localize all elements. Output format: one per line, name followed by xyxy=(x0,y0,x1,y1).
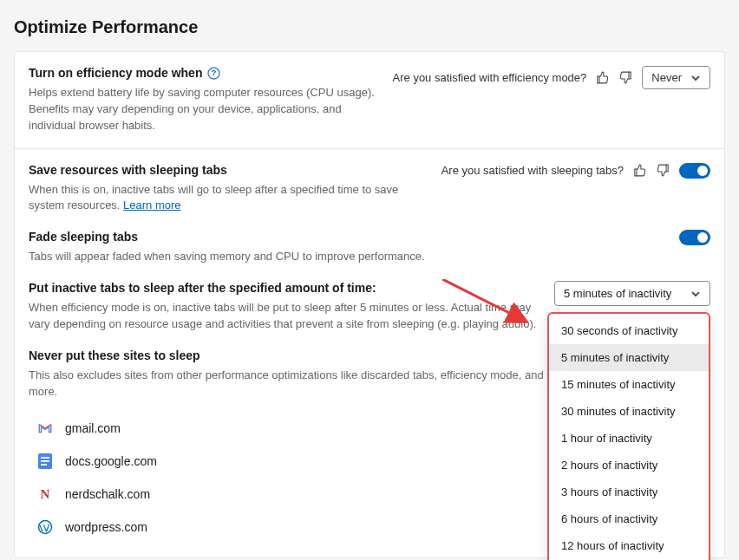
efficiency-desc: Helps extend battery life by saving comp… xyxy=(29,85,379,134)
efficiency-heading-text: Turn on efficiency mode when xyxy=(29,66,202,80)
sleeping-feedback: Are you satisfied with sleeping tabs? xyxy=(441,163,710,179)
inactive-desc: When efficiency mode is on, inactive tab… xyxy=(29,300,540,333)
efficiency-section: Turn on efficiency mode when ? Helps ext… xyxy=(15,52,724,149)
inactive-select-value: 5 minutes of inactivity xyxy=(564,287,671,300)
inactive-time-option[interactable]: 5 minutes of inactivity xyxy=(549,344,709,371)
learn-more-link[interactable]: Learn more xyxy=(123,199,180,212)
performance-card: Turn on efficiency mode when ? Helps ext… xyxy=(14,51,725,558)
site-domain: gmail.com xyxy=(65,421,121,435)
thumbs-up-icon[interactable] xyxy=(632,163,647,178)
inactive-time-option[interactable]: 3 hours of inactivity xyxy=(549,479,709,505)
inactive-time-option[interactable]: 15 minutes of inactivity xyxy=(549,371,709,398)
fade-tabs-toggle[interactable] xyxy=(679,230,710,245)
fade-desc: Tabs will appear faded when saving memor… xyxy=(29,249,549,265)
efficiency-heading: Turn on efficiency mode when ? xyxy=(29,66,379,80)
sleeping-desc: When this is on, inactive tabs will go t… xyxy=(29,182,428,215)
inactive-time-option[interactable]: 30 minutes of inactivity xyxy=(549,398,709,425)
nerds-favicon: N xyxy=(37,486,53,502)
thumbs-down-icon[interactable] xyxy=(656,163,670,178)
svg-text:?: ? xyxy=(212,68,217,77)
inactive-time-option[interactable]: 12 hours of inactivity xyxy=(549,532,709,559)
efficiency-mode-select[interactable]: Never xyxy=(642,66,710,89)
fade-heading: Fade sleeping tabs xyxy=(29,230,665,244)
inactive-time-option[interactable]: 6 hours of inactivity xyxy=(549,505,709,532)
gdocs-favicon xyxy=(37,453,53,469)
site-domain: nerdschalk.com xyxy=(65,487,150,501)
help-icon[interactable]: ? xyxy=(207,67,220,80)
inactive-time-option[interactable]: 30 seconds of inactivity xyxy=(549,317,709,344)
gmail-favicon xyxy=(37,420,53,436)
efficiency-feedback: Are you satisfied with efficiency mode? … xyxy=(393,66,710,89)
inactive-time-select[interactable]: 5 minutes of inactivity xyxy=(554,281,710,306)
inactive-time-dropdown: 30 seconds of inactivity5 minutes of ina… xyxy=(547,312,710,560)
inactive-time-option[interactable]: 2 hours of inactivity xyxy=(549,452,709,479)
chevron-down-icon xyxy=(690,289,701,299)
page-title: Optimize Performance xyxy=(14,0,725,51)
sleeping-settings-section: Save resources with sleeping tabs When t… xyxy=(15,149,724,558)
sleeping-desc-text: When this is on, inactive tabs will go t… xyxy=(29,183,398,212)
chevron-down-icon xyxy=(690,73,701,83)
inactive-heading: Put inactive tabs to sleep after the spe… xyxy=(29,281,540,295)
site-domain: docs.google.com xyxy=(65,454,157,468)
inactive-time-option[interactable]: 1 hour of inactivity xyxy=(549,425,709,452)
wordpress-favicon xyxy=(37,519,53,535)
never-sleep-desc: This also excludes sites from other perf… xyxy=(29,368,549,400)
sleeping-tabs-toggle[interactable] xyxy=(679,163,710,179)
sleeping-heading: Save resources with sleeping tabs xyxy=(29,163,428,177)
efficiency-select-value: Never xyxy=(651,71,682,84)
sleeping-feedback-label: Are you satisfied with sleeping tabs? xyxy=(441,164,624,177)
efficiency-feedback-label: Are you satisfied with efficiency mode? xyxy=(393,71,587,84)
site-domain: wordpress.com xyxy=(65,520,147,534)
thumbs-down-icon[interactable] xyxy=(618,70,633,85)
thumbs-up-icon[interactable] xyxy=(595,70,610,85)
